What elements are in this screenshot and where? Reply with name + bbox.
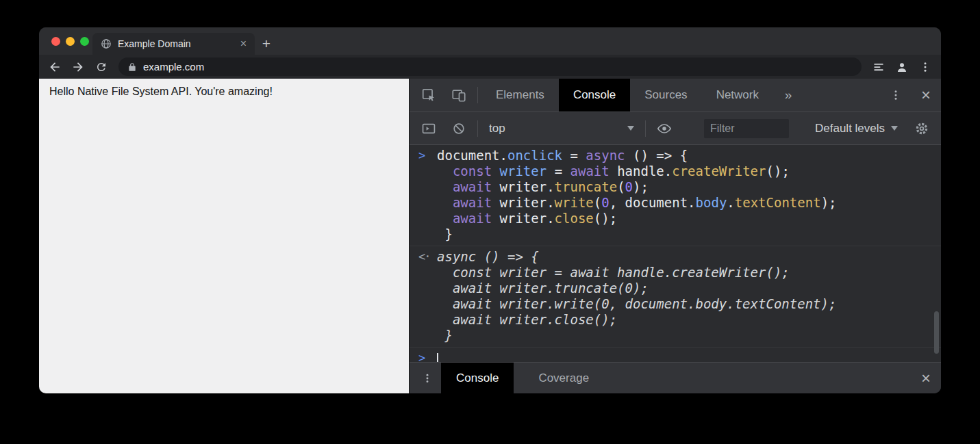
circle-slash-icon xyxy=(452,122,466,135)
console-command: >document.onclick = async () => { const … xyxy=(410,145,941,246)
console-input-row[interactable]: > xyxy=(410,347,941,362)
address-bar[interactable]: example.com xyxy=(118,57,862,76)
console-input-row-text xyxy=(437,350,941,362)
clear-console-button[interactable] xyxy=(444,122,474,135)
default-levels-dropdown[interactable]: Default levels xyxy=(807,122,906,135)
devtools-menu-button[interactable] xyxy=(881,79,911,112)
tab-title: Example Domain xyxy=(118,38,234,49)
eye-icon xyxy=(657,121,672,136)
divider xyxy=(645,120,646,137)
tab-sources[interactable]: Sources xyxy=(630,79,701,112)
default-levels-label: Default levels xyxy=(815,122,885,135)
lock-icon[interactable] xyxy=(127,62,137,72)
console-command-text: document.onclick = async () => { const w… xyxy=(437,148,941,242)
filter-input[interactable] xyxy=(704,119,789,138)
avatar-icon xyxy=(895,60,909,74)
console-prompt-icon: > xyxy=(410,350,437,362)
browser-menu-button[interactable] xyxy=(914,57,937,77)
console-result-icon: <· xyxy=(410,249,437,343)
inspect-element-button[interactable] xyxy=(414,79,444,112)
kebab-menu-icon xyxy=(422,373,433,384)
console-prompt-icon: > xyxy=(410,148,437,242)
console-toolbar: top Default levels xyxy=(410,112,941,145)
gear-icon xyxy=(914,121,929,136)
divider xyxy=(477,87,478,103)
spacer xyxy=(803,79,881,112)
sidebar-toggle-icon xyxy=(421,121,436,136)
tab-strip: Example Domain × + xyxy=(39,27,941,55)
devtools-panel: Elements Console Sources Network » × xyxy=(409,79,941,393)
tab-close-icon[interactable]: × xyxy=(240,38,247,49)
minimize-window-button[interactable] xyxy=(66,37,75,46)
kebab-menu-icon xyxy=(919,61,931,73)
back-arrow-icon xyxy=(48,60,62,74)
globe-favicon-icon xyxy=(101,38,112,49)
context-label: top xyxy=(489,122,505,135)
tab-elements[interactable]: Elements xyxy=(481,79,559,112)
console-result: <·async () => { const writer = await han… xyxy=(410,246,941,347)
device-toolbar-button[interactable] xyxy=(444,79,474,112)
devtools-tabbar: Elements Console Sources Network » × xyxy=(410,79,941,112)
page-content: Hello Native File System API. You're ama… xyxy=(39,79,409,393)
back-button[interactable] xyxy=(43,57,66,77)
traffic-lights xyxy=(51,37,89,46)
lines-icon xyxy=(872,60,885,74)
drawer-menu-button[interactable] xyxy=(414,363,441,393)
live-expression-button[interactable] xyxy=(649,121,679,136)
reload-button[interactable] xyxy=(90,57,113,77)
drawer-close-button[interactable]: × xyxy=(911,363,941,393)
zoom-window-button[interactable] xyxy=(80,37,89,46)
chevron-down-icon xyxy=(891,126,898,131)
context-selector[interactable]: top xyxy=(481,122,642,135)
browser-window: Example Domain × + example.com xyxy=(39,27,941,393)
device-toolbar-icon xyxy=(451,88,466,103)
page-body-text: Hello Native File System API. You're ama… xyxy=(49,86,273,97)
console-result-text: async () => { const writer = await handl… xyxy=(437,249,941,343)
spacer xyxy=(604,363,911,393)
reload-icon xyxy=(95,61,108,73)
kebab-menu-icon xyxy=(890,89,902,101)
tab-console[interactable]: Console xyxy=(559,79,630,112)
console-messages[interactable]: >document.onclick = async () => { const … xyxy=(410,145,941,362)
text-cursor xyxy=(437,353,438,362)
browser-toolbar: example.com xyxy=(39,55,941,79)
close-window-button[interactable] xyxy=(51,37,60,46)
scrollbar-thumb[interactable] xyxy=(934,311,939,354)
url-text: example.com xyxy=(143,61,204,73)
more-tabs-button[interactable]: » xyxy=(773,79,803,112)
drawer-tab-coverage[interactable]: Coverage xyxy=(523,363,604,393)
devtools-close-button[interactable]: × xyxy=(911,79,941,112)
console-settings-button[interactable] xyxy=(907,121,937,136)
console-sidebar-button[interactable] xyxy=(414,121,444,136)
profile-button[interactable] xyxy=(890,57,914,77)
extension-button[interactable] xyxy=(867,57,890,77)
divider xyxy=(477,120,478,137)
forward-button[interactable] xyxy=(66,57,90,77)
browser-tab[interactable]: Example Domain × xyxy=(92,33,255,55)
drawer-tab-console[interactable]: Console xyxy=(441,363,514,393)
chevron-down-icon xyxy=(627,126,634,131)
new-tab-button[interactable]: + xyxy=(255,33,278,55)
tab-network[interactable]: Network xyxy=(702,79,773,112)
inspect-cursor-icon xyxy=(421,88,436,103)
forward-arrow-icon xyxy=(71,60,85,74)
devtools-drawer: Console Coverage × xyxy=(410,362,941,393)
